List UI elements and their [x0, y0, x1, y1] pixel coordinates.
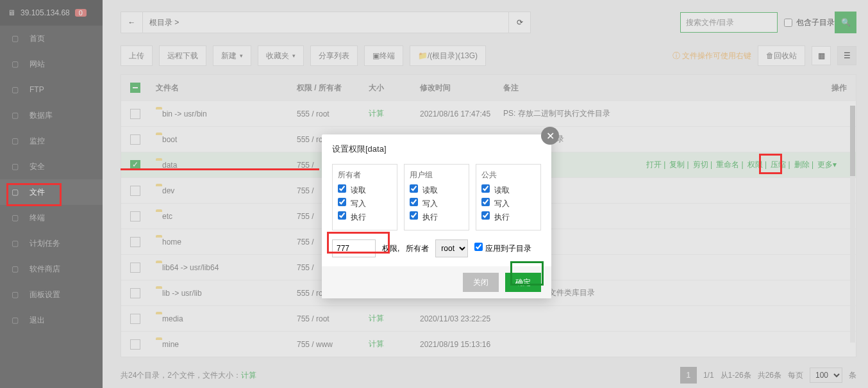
read-checkbox[interactable] — [481, 184, 490, 193]
exec-checkbox[interactable] — [481, 211, 490, 220]
close-icon[interactable]: ✕ — [541, 127, 559, 145]
modal-title: 设置权限[data] — [322, 134, 551, 164]
perm-group-2: 公共 读取 写入 执行 — [476, 164, 541, 230]
write-checkbox[interactable] — [481, 198, 490, 206]
exec-checkbox[interactable] — [410, 211, 418, 220]
highlight — [6, 183, 62, 206]
highlight — [510, 261, 544, 286]
read-checkbox[interactable] — [338, 184, 346, 193]
cancel-button[interactable]: 关闭 — [463, 273, 499, 292]
perm-group-1: 用户组 读取 写入 执行 — [404, 164, 469, 230]
perm-group-0: 所有者 读取 写入 执行 — [332, 164, 397, 230]
apply-subdir-checkbox[interactable] — [474, 243, 483, 251]
highlight — [121, 166, 319, 170]
write-checkbox[interactable] — [410, 198, 418, 206]
apply-subdir-label[interactable]: 应用到子目录 — [474, 243, 531, 254]
exec-checkbox[interactable] — [338, 211, 346, 220]
highlight — [759, 154, 782, 174]
read-checkbox[interactable] — [410, 184, 418, 193]
owner-select[interactable]: root — [435, 239, 468, 257]
write-checkbox[interactable] — [338, 198, 346, 206]
highlight — [327, 232, 390, 254]
